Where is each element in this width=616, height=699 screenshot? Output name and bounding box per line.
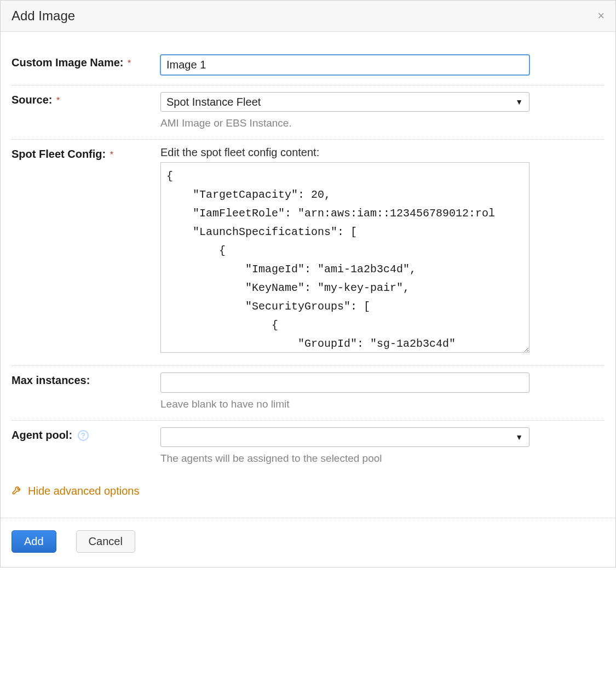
max-instances-help: Leave blank to have no limit: [160, 398, 605, 410]
dialog-header: Add Image ×: [1, 1, 615, 32]
field-agent-pool: ▼ The agents will be assigned to the sel…: [160, 427, 605, 465]
label-text: Agent pool:: [11, 429, 72, 441]
custom-image-name-input[interactable]: [160, 55, 529, 75]
label-agent-pool: Agent pool: ?: [11, 427, 160, 442]
dialog-title: Add Image: [11, 8, 75, 24]
agent-pool-select-wrap: ▼: [160, 427, 529, 447]
add-button[interactable]: Add: [11, 530, 56, 553]
label-text: Max instances:: [11, 374, 90, 386]
label-spot-fleet-config: Spot Fleet Config: *: [11, 146, 160, 161]
row-agent-pool: Agent pool: ? ▼ The agents will be assig…: [11, 421, 605, 474]
row-custom-image-name: Custom Image Name: *: [11, 48, 605, 85]
label-text: Custom Image Name:: [11, 56, 124, 68]
spot-fleet-config-textarea[interactable]: [160, 162, 529, 353]
label-custom-image-name: Custom Image Name: *: [11, 55, 160, 69]
required-asterisk: *: [110, 150, 113, 159]
row-source: Source: * Spot Instance Fleet ▼ AMI Imag…: [11, 85, 605, 140]
label-text: Source:: [11, 94, 52, 106]
source-select[interactable]: Spot Instance Fleet: [160, 92, 529, 112]
toggle-advanced-label: Hide advanced options: [28, 485, 139, 497]
field-custom-image-name: [160, 55, 605, 75]
spot-fleet-intro: Edit the spot fleet config content:: [160, 146, 605, 159]
agent-pool-help: The agents will be assigned to the selec…: [160, 452, 605, 465]
field-spot-fleet-config: Edit the spot fleet config content:: [160, 146, 605, 356]
dialog-footer: Add Cancel: [1, 518, 615, 567]
close-icon[interactable]: ×: [597, 10, 605, 22]
field-max-instances: Leave blank to have no limit: [160, 373, 605, 410]
required-asterisk: *: [56, 96, 60, 105]
dialog-body: Custom Image Name: * Source: * Spot Inst…: [1, 32, 615, 507]
agent-pool-select[interactable]: [160, 427, 529, 447]
source-help: AMI Image or EBS Instance.: [160, 117, 605, 129]
row-spot-fleet-config: Spot Fleet Config: * Edit the spot fleet…: [11, 140, 605, 366]
field-source: Spot Instance Fleet ▼ AMI Image or EBS I…: [160, 92, 605, 129]
label-source: Source: *: [11, 92, 160, 106]
label-max-instances: Max instances:: [11, 373, 160, 387]
required-asterisk: *: [128, 59, 131, 68]
wrench-icon: [11, 484, 22, 498]
help-icon[interactable]: ?: [78, 430, 89, 441]
cancel-button[interactable]: Cancel: [76, 530, 135, 553]
toggle-advanced-options[interactable]: Hide advanced options: [11, 474, 139, 501]
row-max-instances: Max instances: Leave blank to have no li…: [11, 366, 605, 421]
source-select-wrap: Spot Instance Fleet ▼: [160, 92, 529, 112]
max-instances-input[interactable]: [160, 373, 529, 393]
label-text: Spot Fleet Config:: [11, 148, 106, 160]
add-image-dialog: Add Image × Custom Image Name: * Source:…: [0, 0, 616, 568]
